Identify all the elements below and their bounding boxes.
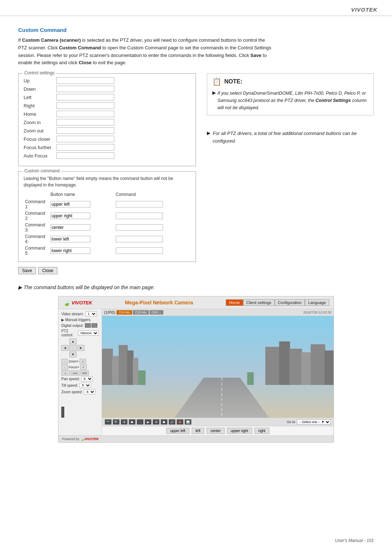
cam-icon11[interactable]: 📊 [185, 419, 191, 424]
control-input-up[interactable] [56, 77, 114, 84]
ptz-up-btn[interactable]: ▲ [69, 338, 77, 344]
pan-speed-select[interactable]: 8 [81, 376, 93, 381]
focus-minus-btn[interactable]: - [61, 365, 68, 370]
cmd-btn-name-input[interactable] [50, 236, 90, 242]
intro-text: If Custom Camera (scanner) is selected a… [18, 37, 272, 67]
cam-header: 🍃 VIVOTEK Mega-Pixel Network Camera Home… [58, 296, 334, 309]
cmd-command-input[interactable] [116, 201, 163, 208]
zoom-plus-btn[interactable]: + [79, 359, 86, 364]
cmd-command-input[interactable] [116, 247, 163, 254]
cmd-label: Command 4: [24, 233, 49, 245]
control-input-zoom-in[interactable] [56, 119, 114, 126]
cmd-btn-name-cell [49, 198, 114, 210]
cmd-btn-center[interactable]: center [207, 428, 225, 434]
cam-nav-home[interactable]: Home [226, 299, 243, 306]
control-label: Zoom out [24, 128, 56, 134]
note2-text: For all PTZ drivers, a total of five add… [213, 130, 374, 145]
table-row: Command 2: [24, 210, 191, 222]
cam-toolbar-time: 2010/7/20 12:02:33 [303, 311, 331, 314]
cam-icon1[interactable]: 📷 [105, 419, 111, 424]
sidebar-extra-btn [61, 407, 99, 418]
cmd-btn-name-cell [49, 222, 114, 233]
cam-main: (1/P/0) Ctrl+Mx Ctrl+Mx Ctrl+... 2010/7/… [102, 309, 334, 435]
cmd-command-cell [114, 222, 191, 233]
cam-icon5[interactable]: · [137, 419, 143, 424]
control-input-down[interactable] [56, 86, 114, 92]
goto-select[interactable]: -- Select one -- ▼ [297, 419, 331, 424]
ptz-controls: ▲ ◄ · ► ▼ [61, 338, 99, 357]
sidebar-toggle-btn[interactable] [61, 407, 64, 418]
control-label: Down [24, 86, 56, 92]
page: VIVOTEK Custom Command If Custom Camera … [0, 0, 392, 554]
cam-icon10[interactable]: 🔇 [177, 419, 183, 424]
cmd-btn-left[interactable]: left [192, 428, 204, 434]
digital-out-btn2[interactable] [91, 323, 97, 328]
cam-nav-client[interactable]: Client settings [243, 299, 275, 306]
cmd-btn-upper-right[interactable]: upper right [227, 428, 252, 434]
main-page-section: ▶ The command buttons will be displayed … [18, 284, 374, 443]
digital-out-btn1[interactable] [85, 323, 91, 328]
main-page-title: ▶ The command buttons will be displayed … [18, 284, 374, 290]
vivotek-logo: VIVOTEK [351, 7, 377, 13]
cam-tb-btn3[interactable]: Ctrl+... [150, 310, 164, 315]
tilt-speed-select[interactable]: 8 [79, 383, 91, 388]
cam-icon9[interactable]: 🔊 [169, 419, 175, 424]
save-button[interactable]: Save [18, 267, 36, 274]
cam-tb-btn2[interactable]: Ctrl+Mx [133, 310, 148, 315]
sidebar-ptz-control: PTZ control: Mexxxx [61, 329, 99, 337]
control-input-focus-further[interactable] [56, 144, 114, 151]
video-stream-select[interactable]: 1 [85, 311, 97, 316]
col-cmd-label [24, 191, 49, 198]
cam-nav-lang[interactable]: Language [305, 299, 329, 306]
svg-rect-8 [289, 349, 302, 385]
cam-sidebar: Video stream: 1 ▶ Manual triggers: Digit… [58, 309, 102, 435]
cam-tb-btn1[interactable]: Ctrl+Mx [117, 310, 132, 315]
cam-footer-powered: Powered by 🍃VIVOTEK [62, 437, 99, 441]
main-two-col: Control settings Up Down Left Right Home… [18, 73, 374, 274]
ptz-down-btn[interactable]: ▼ [69, 352, 77, 357]
cam-icon4[interactable]: ⏺ [129, 419, 135, 424]
focus-row: - Focus+ + [61, 365, 99, 370]
cmd-command-input[interactable] [116, 213, 163, 219]
cmd-command-cell [114, 210, 191, 222]
cmd-btn-name-input[interactable] [50, 213, 90, 219]
cam-icon6[interactable]: ▶ [145, 419, 151, 424]
cmd-btn-name-input[interactable] [50, 247, 90, 254]
preset-btn3[interactable]: Def [80, 370, 89, 376]
control-input-auto-focus[interactable] [56, 152, 114, 159]
cmd-command-cell [114, 245, 191, 257]
control-input-home[interactable] [56, 111, 114, 117]
ptz-control-select[interactable]: Mexxxx [78, 331, 99, 336]
cmd-btn-right[interactable]: right [254, 428, 269, 434]
cam-title: Mega-Pixel Network Camera [97, 300, 221, 305]
cmd-command-input[interactable] [116, 224, 163, 231]
control-input-left[interactable] [56, 94, 114, 100]
control-input-focus-closer[interactable] [56, 136, 114, 142]
cam-icon2[interactable]: 🔍 [113, 419, 119, 424]
control-input-right[interactable] [56, 102, 114, 109]
cmd-btn-upper-left[interactable]: upper left [166, 428, 189, 434]
cmd-command-input[interactable] [116, 236, 163, 242]
ptz-right-btn[interactable]: ► [77, 345, 85, 351]
cam-icon8[interactable]: ⏹ [161, 419, 167, 424]
ptz-left-btn[interactable]: ◄ [61, 345, 69, 351]
preset-btn1[interactable]: L [61, 370, 70, 376]
cam-icon7[interactable]: ⏸ [153, 419, 159, 424]
close-button[interactable]: Close [38, 267, 57, 274]
cam-footer-logo: 🍃VIVOTEK [81, 437, 99, 441]
preset-btn2[interactable]: Loc [71, 370, 79, 376]
cmd-btn-name-input[interactable] [50, 224, 90, 231]
cam-icon3[interactable]: ⏸ [121, 419, 127, 424]
svg-rect-11 [324, 350, 334, 385]
ptz-home-btn[interactable]: · [69, 345, 77, 351]
control-label: Auto Focus [24, 153, 56, 159]
cam-toolbar-btns: Ctrl+Mx Ctrl+Mx Ctrl+... [117, 310, 163, 315]
zoom-speed-select[interactable]: 8 [84, 389, 95, 394]
focus-plus-btn[interactable]: + [80, 365, 87, 370]
control-row: Down [24, 86, 191, 92]
cmd-btn-name-input[interactable] [50, 201, 90, 208]
zoom-minus-btn[interactable]: - [61, 359, 68, 364]
control-input-zoom-out[interactable] [56, 127, 114, 134]
cam-footer: Powered by 🍃VIVOTEK [58, 435, 334, 442]
cam-nav-config[interactable]: Configuration [275, 299, 305, 306]
